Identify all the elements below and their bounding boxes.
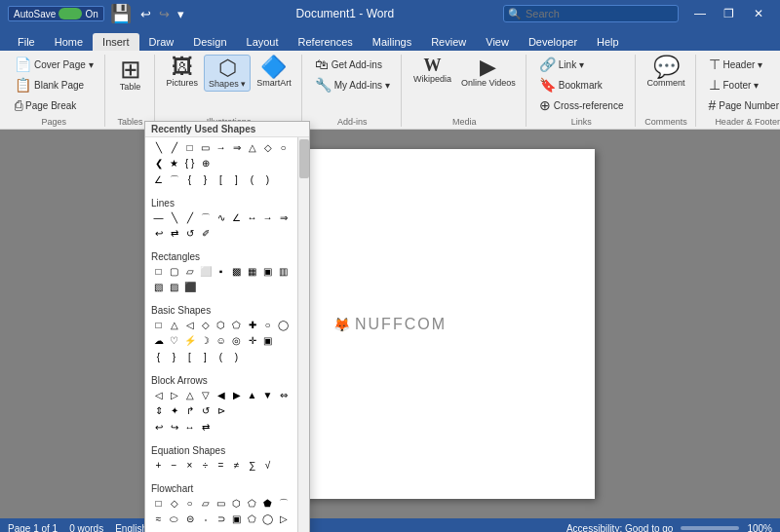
bs-cloud[interactable]: ☁ (151, 333, 166, 348)
shape-barrow[interactable]: ↔ (245, 210, 259, 225)
shape-rect-vhatch[interactable]: ▧ (151, 280, 166, 294)
shape-angle[interactable]: ∠ (151, 172, 166, 187)
bs-rect[interactable]: □ (151, 318, 166, 332)
shape-arrow3[interactable]: △ (245, 140, 259, 155)
tab-developer[interactable]: Developer (519, 33, 587, 51)
fc-doc[interactable]: ⌒ (276, 496, 291, 511)
minimize-button[interactable]: — (686, 4, 714, 23)
bs-par2[interactable]: ) (229, 350, 244, 364)
close-button[interactable]: ✕ (745, 4, 772, 23)
shape-rect1[interactable]: □ (182, 140, 197, 155)
shape-angle-line[interactable]: ∠ (229, 210, 244, 225)
shape-rect-snip[interactable]: ▱ (182, 264, 197, 279)
shape-rect-plain[interactable]: □ (151, 264, 166, 279)
shape-cbrace[interactable]: } (198, 172, 213, 187)
bs-bolt[interactable]: ⚡ (182, 333, 197, 348)
shapes-button[interactable]: ⬡ Shapes ▾ (204, 55, 251, 92)
shape-line1[interactable]: ╲ (151, 140, 166, 155)
tab-references[interactable]: References (289, 33, 363, 51)
redo-button[interactable]: ↪ (156, 6, 173, 22)
shape-larrow[interactable]: ↩ (151, 226, 166, 241)
autosave-badge[interactable]: AutoSave On (8, 6, 104, 21)
shape-bracket[interactable]: [ (214, 172, 228, 187)
fc-predefined[interactable]: ▭ (214, 496, 228, 511)
ba-loop[interactable]: ↺ (198, 403, 213, 418)
autosave-toggle[interactable] (58, 8, 82, 19)
bs-cparen[interactable]: ( (214, 350, 228, 364)
eq-mult[interactable]: × (182, 458, 197, 473)
tab-draw[interactable]: Draw (139, 33, 184, 51)
scrollbar-thumb[interactable] (299, 139, 309, 178)
cross-reference-button[interactable]: ⊕ Cross-reference (534, 95, 629, 115)
shape-rect-black[interactable]: ⬛ (182, 280, 197, 294)
online-videos-button[interactable]: ▶ Online Videos (457, 55, 520, 90)
link-button[interactable]: 🔗 Link ▾ (534, 55, 629, 74)
table-button[interactable]: ⊞ Table (113, 55, 148, 94)
bs-rtri[interactable]: ◁ (182, 318, 197, 332)
shape-rect-grid[interactable]: ▦ (245, 264, 259, 279)
bs-oct[interactable]: ⬠ (229, 318, 244, 332)
shape-rect-round[interactable]: ▢ (167, 264, 181, 279)
shape-arrow1[interactable]: → (214, 140, 228, 155)
fc-data[interactable]: ⬭ (167, 512, 181, 526)
bs-cross2[interactable]: ✛ (245, 333, 259, 348)
shape-cbracket[interactable]: ] (229, 172, 244, 187)
bs-heart[interactable]: ♡ (167, 333, 181, 348)
shape-paren[interactable]: ( (245, 172, 259, 187)
shape-squiggle[interactable]: ∿ (214, 210, 228, 225)
tab-file[interactable]: File (8, 33, 45, 51)
ba-down[interactable]: ▽ (198, 388, 213, 402)
search-input[interactable] (503, 5, 679, 22)
shapes-panel-scrollbar[interactable] (297, 137, 309, 532)
bs-circle[interactable]: ○ (260, 318, 275, 332)
tab-view[interactable]: View (476, 33, 519, 51)
eq-div[interactable]: ÷ (198, 458, 213, 473)
shape-custom2[interactable]: ⊕ (198, 156, 213, 171)
footer-button[interactable]: ⊥ Footer ▾ (704, 75, 780, 95)
bs-frame[interactable]: ▣ (260, 333, 275, 348)
bs-dia[interactable]: ◇ (198, 318, 213, 332)
shape-hline[interactable]: — (151, 210, 166, 225)
bookmark-button[interactable]: 🔖 Bookmark (534, 75, 629, 95)
shape-brace[interactable]: { (182, 172, 197, 187)
zoom-slider[interactable] (681, 526, 739, 530)
shape-curve[interactable]: ⌒ (167, 172, 181, 187)
fc-io[interactable]: ▱ (198, 496, 213, 511)
shape-sarrow[interactable]: → (260, 210, 275, 225)
ba-rightfill[interactable]: ▶ (229, 388, 244, 402)
eq-neq[interactable]: ≠ (229, 458, 244, 473)
shape-diag1[interactable]: ╲ (167, 210, 181, 225)
ba-lr[interactable]: ⇔ (276, 388, 291, 402)
smartart-button[interactable]: 🔷 SmartArt (253, 55, 295, 90)
fc-db[interactable]: ⊝ (182, 512, 197, 526)
page-break-button[interactable]: ⎙ Page Break (10, 95, 98, 115)
ba-leftfill[interactable]: ◀ (214, 388, 228, 402)
bs-moon[interactable]: ☽ (198, 333, 213, 348)
save-icon[interactable]: 💾 (110, 3, 132, 24)
fc-terminal[interactable]: ○ (182, 496, 197, 511)
ba-quad[interactable]: ✦ (167, 403, 181, 418)
shape-rect-cross[interactable]: ▨ (167, 280, 181, 294)
ba-downfill[interactable]: ▼ (260, 388, 275, 402)
fc-decision[interactable]: ◇ (167, 496, 181, 511)
header-button[interactable]: ⊤ Header ▾ (704, 55, 780, 74)
tab-design[interactable]: Design (183, 33, 236, 51)
shape-rect2[interactable]: ▭ (198, 140, 213, 155)
ba-up[interactable]: △ (182, 388, 197, 402)
bs-tri[interactable]: △ (167, 318, 181, 332)
shape-rect-hatch[interactable]: ▥ (276, 264, 291, 279)
shape-zarrow[interactable]: ⇄ (167, 226, 181, 241)
page-number-button[interactable]: # Page Number ▾ (704, 95, 780, 115)
ba-extra2[interactable]: ↪ (167, 420, 181, 435)
fc-display[interactable]: ⬫ (198, 512, 213, 526)
shape-rect-pat[interactable]: ▩ (229, 264, 244, 279)
bs-brack2[interactable]: [ (182, 350, 197, 364)
shape-darrow[interactable]: ⇒ (276, 210, 291, 225)
ba-upfill[interactable]: ▲ (245, 388, 259, 402)
pictures-button[interactable]: 🖼 Pictures (163, 55, 203, 90)
ba-extra4[interactable]: ⇄ (198, 420, 213, 435)
fc-connect[interactable]: ◯ (260, 512, 275, 526)
tab-mailings[interactable]: Mailings (363, 33, 421, 51)
tab-layout[interactable]: Layout (237, 33, 289, 51)
ba-extra3[interactable]: ↔ (182, 420, 197, 435)
